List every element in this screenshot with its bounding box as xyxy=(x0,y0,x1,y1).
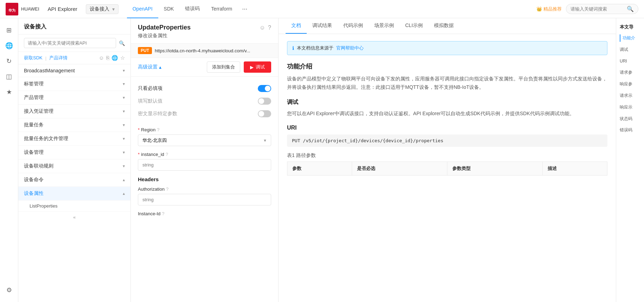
authorization-input[interactable] xyxy=(138,194,271,205)
instance-id-header-help-icon[interactable]: ? xyxy=(162,211,164,216)
doc-tab-cli[interactable]: CLI示例 xyxy=(400,18,428,34)
info-icon: ℹ xyxy=(292,45,294,51)
sidebar-item-command[interactable]: 设备命令 ▴ xyxy=(18,173,130,187)
sidebar-item-tags[interactable]: 标签管理 ▾ xyxy=(18,77,130,91)
api-params-area: 只看必填项 填写默认值 xyxy=(131,77,278,302)
toggle-label-defaults: 填写默认值 xyxy=(138,98,162,104)
advanced-settings-toggle[interactable]: 高级设置 ▴ xyxy=(138,64,161,70)
language-icon[interactable]: 🌐 xyxy=(111,55,118,61)
test-button[interactable]: ▶ 调试 xyxy=(244,61,271,73)
api-panel: UpdateProperties 修改设备属性 ☺ ? PUT https://… xyxy=(131,18,279,302)
recommend-badge[interactable]: 👑 精品推荐 xyxy=(536,6,562,12)
toc-item-req-example[interactable]: 请求示 xyxy=(620,92,640,99)
api-panel-header: UpdateProperties 修改设备属性 ☺ ? xyxy=(131,18,278,44)
sidebar-item-label: 批量任务 xyxy=(24,122,44,128)
chevron-down-icon: ▾ xyxy=(123,81,125,86)
headers-section: Headers Authorization ? Instance-Id ? xyxy=(138,176,271,216)
sidebar-search-icon[interactable]: 🔍 xyxy=(119,40,125,46)
icon-bar-database[interactable]: ◫ xyxy=(3,70,15,83)
product-detail-link[interactable]: 产品详情 xyxy=(49,55,68,61)
tab-sdk[interactable]: SDK xyxy=(158,0,180,18)
sidebar-item-product[interactable]: 产品管理 ▾ xyxy=(18,91,130,105)
sidebar-title: 设备接入 xyxy=(18,18,130,34)
doc-tab-docs[interactable]: 文档 xyxy=(286,18,307,34)
icon-bar-grid[interactable]: ⊞ xyxy=(3,24,15,37)
sidebar-item-broadcast[interactable]: BroadcastManagement ▾ xyxy=(18,64,130,77)
region-select-wrapper: 华北-北京四华南-广州华东-上海 xyxy=(138,134,271,146)
help-icon[interactable]: ? xyxy=(268,25,271,31)
debug-title: 调试 xyxy=(287,99,607,106)
instance-id-help-icon[interactable]: ? xyxy=(166,152,168,157)
sidebar-links-bar: 获取SDK | 产品详情 ☺ ⎘ 🌐 ☆ xyxy=(18,52,130,64)
region-help-icon[interactable]: ? xyxy=(157,127,159,132)
uri-code: PUT /v5/iot/{project_id}/devices/{device… xyxy=(287,134,607,147)
sidebar-search-input[interactable] xyxy=(24,38,116,48)
global-search-box: 🔍 xyxy=(566,4,638,14)
toc-item-debug[interactable]: 调试 xyxy=(620,46,640,53)
authorization-help-icon[interactable]: ? xyxy=(166,186,168,192)
toc-item-res-example[interactable]: 响应示 xyxy=(620,104,640,111)
toc-item-res-params[interactable]: 响应参 xyxy=(620,80,640,88)
path-params-table: 参数 是否必选 参数类型 描述 xyxy=(287,162,607,176)
chevron-down-icon: ▾ xyxy=(123,136,125,141)
toggle-label-required: 只看必填项 xyxy=(138,85,162,92)
chevron-down-icon: ▾ xyxy=(123,68,125,73)
instance-id-header-label-row: Instance-Id ? xyxy=(138,211,271,216)
toggle-required-switch[interactable] xyxy=(258,85,271,92)
icon-bar-settings[interactable]: ⚙ xyxy=(3,284,15,296)
sidebar-collapse-button[interactable]: « xyxy=(18,212,130,223)
tab-error-codes[interactable]: 错误码 xyxy=(179,0,205,18)
doc-tab-scenario[interactable]: 场景示例 xyxy=(369,18,400,34)
icon-bar: ⊞ 🌐 ↻ ◫ ★ ⚙ xyxy=(0,18,18,302)
toc-item-req-params[interactable]: 请求参 xyxy=(620,69,640,76)
global-search-button[interactable]: 🔍 xyxy=(627,6,634,12)
bookmark-icon[interactable]: ☆ xyxy=(120,55,125,61)
icon-bar-refresh[interactable]: ↻ xyxy=(3,55,15,67)
doc-info-link[interactable]: 官网帮助中心 xyxy=(336,45,364,51)
sidebar-item-properties[interactable]: 设备属性 ▴ xyxy=(18,187,130,201)
toc-item-uri[interactable]: URI xyxy=(620,58,640,65)
tab-more[interactable]: ··· xyxy=(238,5,251,13)
product-dropdown[interactable]: 设备接入 ▾ xyxy=(86,4,119,14)
recommend-text: 精品推荐 xyxy=(543,6,562,12)
sidebar-item-linkage[interactable]: 设备联动规则 ▾ xyxy=(18,159,130,173)
api-desc: 修改设备属性 xyxy=(138,33,191,39)
doc-tab-code[interactable]: 代码示例 xyxy=(338,18,369,34)
chevron-down-icon: ▾ xyxy=(123,164,125,169)
nav-right-area: 👑 精品推荐 🔍 xyxy=(536,4,638,14)
tab-terraform[interactable]: Terraform xyxy=(205,0,238,18)
api-url-bar: PUT https://iotda.cn-north-4.myhuaweiclo… xyxy=(131,44,278,58)
main-layout: ⊞ 🌐 ↻ ◫ ★ ⚙ 设备接入 🔍 获取SDK | 产品详情 ☺ ⎘ 🌐 ☆ … xyxy=(0,18,644,302)
toc-item-status[interactable]: 状态码 xyxy=(620,115,640,123)
copy-icon[interactable]: ⎘ xyxy=(106,55,109,61)
sidebar-item-batch-file[interactable]: 批量任务的文件管理 ▾ xyxy=(18,132,130,146)
sidebar-sub-list-properties[interactable]: ListProperties xyxy=(18,201,130,212)
sidebar-item-label: 设备命令 xyxy=(24,177,44,183)
sidebar-item-credentials[interactable]: 接入凭证管理 ▾ xyxy=(18,105,130,118)
icon-bar-star[interactable]: ★ xyxy=(3,86,15,98)
sidebar: 设备接入 🔍 获取SDK | 产品详情 ☺ ⎘ 🌐 ☆ BroadcastMan… xyxy=(18,18,131,302)
doc-tab-mock[interactable]: 模拟数据 xyxy=(428,18,459,34)
huawei-logo: 华为 xyxy=(6,3,18,15)
icon-bar-globe[interactable]: 🌐 xyxy=(3,39,15,52)
link-separator: | xyxy=(45,55,46,61)
get-sdk-link[interactable]: 获取SDK xyxy=(24,55,43,61)
toc-item-errors[interactable]: 错误码 xyxy=(620,126,640,134)
add-to-collection-button[interactable]: 添加到集合 xyxy=(207,61,240,73)
toggle-defaults-switch[interactable] xyxy=(258,98,271,105)
toggle-label-mask: 密文显示特定参数 xyxy=(138,111,177,117)
smiley-icon[interactable]: ☺ xyxy=(260,25,265,31)
toolbar-actions: 添加到集合 ▶ 调试 xyxy=(207,61,271,73)
col-type: 参数类型 xyxy=(447,162,542,176)
toggle-mask-switch[interactable] xyxy=(258,110,271,117)
sidebar-item-batch-task[interactable]: 批量任务 ▾ xyxy=(18,118,130,132)
tab-openapi[interactable]: OpenAPI xyxy=(127,0,158,18)
content-inner: UpdateProperties 修改设备属性 ☺ ? PUT https://… xyxy=(131,18,644,302)
sidebar-item-device-mgmt[interactable]: 设备管理 ▾ xyxy=(18,146,130,159)
emoji-icon[interactable]: ☺ xyxy=(99,55,104,61)
instance-id-input[interactable] xyxy=(138,159,271,171)
global-search-input[interactable] xyxy=(570,6,627,12)
toc-item-func[interactable]: 功能介 xyxy=(620,34,640,42)
region-select[interactable]: 华北-北京四华南-广州华东-上海 xyxy=(138,134,271,146)
doc-tab-result[interactable]: 调试结果 xyxy=(307,18,338,34)
